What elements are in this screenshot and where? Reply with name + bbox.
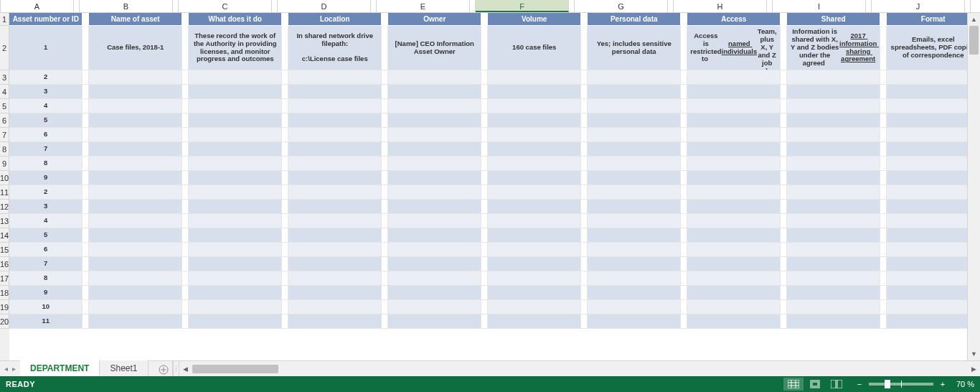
cell[interactable]: 10 [9, 300, 83, 314]
cell[interactable] [388, 286, 481, 300]
cell[interactable] [89, 128, 182, 142]
zoom-out-button[interactable]: − [854, 380, 864, 388]
cell[interactable] [887, 314, 980, 329]
column-header-H[interactable]: H [674, 0, 767, 12]
cell[interactable] [787, 142, 880, 157]
cell[interactable]: In shared network drive filepath: c:\Lic… [288, 26, 382, 70]
cell[interactable] [89, 70, 182, 85]
scroll-left-arrow-icon[interactable]: ◀ [179, 361, 192, 376]
header-cell[interactable]: Shared [787, 13, 880, 26]
cell[interactable] [687, 70, 781, 85]
row-header[interactable]: 17 [0, 271, 9, 286]
cell[interactable] [189, 271, 282, 286]
cell[interactable] [687, 142, 781, 157]
cell[interactable] [588, 228, 681, 243]
cell[interactable] [787, 85, 880, 99]
cell[interactable] [887, 142, 980, 157]
cell[interactable] [787, 228, 880, 243]
row-header[interactable]: 14 [0, 228, 9, 243]
column-header-F[interactable]: F [476, 0, 569, 12]
cell[interactable] [787, 243, 880, 257]
cell[interactable] [488, 128, 581, 142]
cell[interactable] [488, 99, 581, 113]
header-cell[interactable]: Location [288, 13, 382, 26]
sheet-tab[interactable]: Sheet1 [100, 360, 148, 376]
cell[interactable] [189, 257, 282, 271]
cell[interactable] [887, 70, 980, 85]
cell[interactable] [488, 243, 581, 257]
header-cell[interactable]: Owner [388, 13, 481, 26]
cell[interactable] [89, 300, 182, 314]
cell[interactable] [388, 243, 481, 257]
cell[interactable] [89, 157, 182, 171]
vscroll-track[interactable] [968, 26, 980, 347]
cell[interactable] [388, 185, 481, 200]
cell[interactable] [488, 228, 581, 243]
cell[interactable] [288, 286, 382, 300]
cell[interactable] [787, 157, 880, 171]
header-cell[interactable]: Asset number or ID [9, 13, 83, 26]
cell[interactable] [288, 128, 382, 142]
cells-area[interactable]: Asset number or IDName of assetWhat does… [9, 13, 980, 360]
cell[interactable]: 8 [9, 157, 83, 171]
cell[interactable] [588, 171, 681, 185]
cell[interactable]: 7 [9, 142, 83, 157]
cell[interactable] [787, 257, 880, 271]
cell[interactable] [189, 214, 282, 228]
cell[interactable]: 8 [9, 271, 83, 286]
cell[interactable] [89, 314, 182, 329]
column-header-D[interactable]: D [278, 0, 371, 12]
cell[interactable] [687, 157, 781, 171]
cell[interactable] [687, 200, 781, 214]
column-header-C[interactable]: C [179, 0, 272, 12]
cell[interactable] [288, 157, 382, 171]
row-header[interactable]: 19 [0, 300, 9, 314]
cell[interactable] [588, 314, 681, 329]
cell[interactable] [288, 300, 382, 314]
cell[interactable] [787, 300, 880, 314]
new-sheet-button[interactable] [149, 361, 173, 377]
cell[interactable] [787, 70, 880, 85]
tab-nav-prev-icon[interactable]: ◂ [4, 365, 8, 373]
row-header[interactable]: 16 [0, 257, 9, 271]
cell[interactable] [388, 214, 481, 228]
cell[interactable] [588, 99, 681, 113]
row-header[interactable]: 8 [0, 142, 9, 157]
cell[interactable]: 160 case files [488, 26, 581, 70]
header-cell[interactable]: Personal data [588, 13, 681, 26]
cell[interactable] [488, 142, 581, 157]
cell[interactable]: Access is restricted to named individual… [687, 26, 781, 70]
cell[interactable] [588, 286, 681, 300]
cell[interactable] [288, 185, 382, 200]
cell[interactable] [887, 157, 980, 171]
row-header[interactable]: 11 [0, 185, 9, 200]
cell[interactable]: 5 [9, 228, 83, 243]
cell[interactable] [488, 214, 581, 228]
cell[interactable] [488, 257, 581, 271]
column-header-B[interactable]: B [80, 0, 173, 12]
cell[interactable] [388, 171, 481, 185]
cell[interactable]: Emails, excel spreadsheets, PDF copies o… [887, 26, 980, 70]
cell[interactable] [288, 142, 382, 157]
cell[interactable] [89, 200, 182, 214]
column-header-J[interactable]: J [872, 0, 965, 12]
cell[interactable] [588, 271, 681, 286]
cell[interactable] [588, 70, 681, 85]
cell[interactable] [488, 286, 581, 300]
column-header-E[interactable]: E [377, 0, 470, 12]
cell[interactable] [189, 300, 282, 314]
cell[interactable] [189, 228, 282, 243]
cell[interactable] [887, 185, 980, 200]
cell[interactable] [687, 85, 781, 99]
zoom-slider[interactable] [869, 383, 933, 386]
cell[interactable]: 2 [9, 70, 83, 85]
cell[interactable] [89, 85, 182, 99]
cell[interactable] [288, 113, 382, 128]
cell[interactable] [488, 185, 581, 200]
cell[interactable] [189, 113, 282, 128]
cell[interactable] [588, 200, 681, 214]
cell[interactable] [488, 271, 581, 286]
cell[interactable]: 11 [9, 314, 83, 329]
cell[interactable] [787, 314, 880, 329]
cell[interactable] [189, 286, 282, 300]
